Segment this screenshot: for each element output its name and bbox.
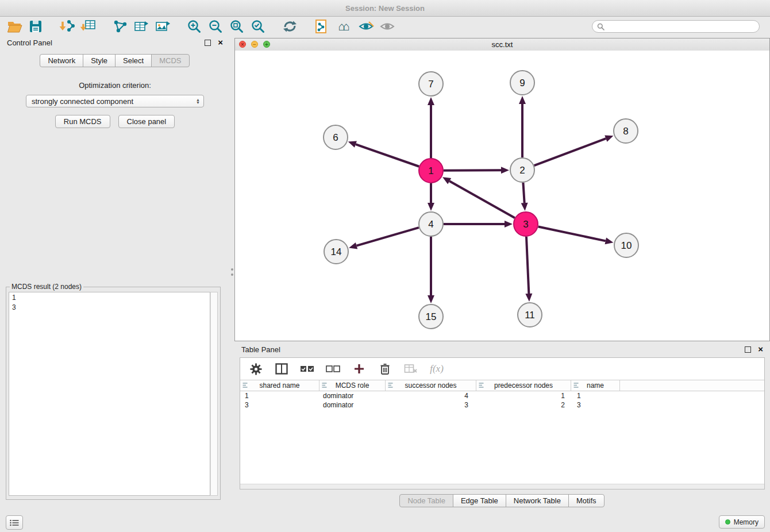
merge-networks-icon[interactable]: ⌂⌂ — [334, 18, 354, 35]
graph-node-label: 4 — [428, 219, 433, 230]
graph-edge-1-6[interactable] — [356, 144, 419, 167]
search-icon — [597, 23, 605, 30]
graph-node-label: 14 — [331, 246, 342, 257]
table-header-row: shared name MCDS role successor nodes pr… — [240, 380, 764, 391]
criterion-dropdown[interactable]: strongly connected component ▲▼ — [26, 95, 204, 107]
memory-status-dot — [725, 519, 730, 525]
column-type-icon — [321, 382, 328, 388]
zoom-fit-icon[interactable] — [228, 18, 245, 35]
graph-arrowhead — [519, 96, 526, 104]
graph-node-label: 9 — [519, 78, 525, 88]
zoom-in-icon[interactable] — [186, 18, 203, 35]
export-table-icon[interactable] — [133, 18, 150, 35]
search-input[interactable] — [607, 22, 754, 31]
graph-edge-2-3[interactable] — [523, 183, 524, 203]
deselect-all-rows-icon[interactable] — [325, 360, 342, 377]
new-network-icon[interactable] — [111, 18, 129, 35]
column-header-successor-nodes[interactable]: successor nodes — [386, 380, 476, 391]
memory-label: Memory — [734, 518, 759, 526]
minimize-window-icon[interactable]: − — [251, 41, 258, 48]
graph-edge-2-8[interactable] — [534, 138, 606, 165]
save-session-icon[interactable] — [27, 18, 44, 35]
close-panel-icon[interactable]: × — [218, 38, 223, 47]
hide-graphics-details-icon[interactable] — [379, 18, 396, 35]
show-columns-icon[interactable] — [273, 360, 290, 377]
graph-edge-3-1[interactable] — [449, 181, 515, 218]
table-row[interactable]: 1 dominator 4 1 1 — [240, 391, 764, 400]
float-panel-icon[interactable] — [205, 40, 211, 46]
column-header-predecessor-nodes[interactable]: predecessor nodes — [476, 380, 571, 391]
graph-arrowhead — [349, 242, 357, 249]
graph-node-label: 7 — [428, 79, 433, 90]
float-table-panel-icon[interactable] — [745, 346, 751, 353]
close-panel-button[interactable]: Close panel — [118, 115, 175, 128]
tab-motifs[interactable]: Motifs — [568, 494, 605, 507]
export-image-icon[interactable] — [154, 18, 171, 35]
graph-node-label: 6 — [333, 132, 338, 143]
chevron-updown-icon: ▲▼ — [196, 98, 200, 104]
column-header-mcds-role[interactable]: MCDS role — [319, 380, 386, 391]
zoom-window-icon[interactable]: + — [263, 41, 270, 48]
tab-edge-table[interactable]: Edge Table — [453, 494, 506, 507]
clone-network-icon[interactable] — [313, 18, 330, 35]
table-panel-header: Table Panel × — [234, 342, 770, 356]
mcds-result-line: 3 — [12, 303, 207, 313]
criterion-dropdown-value: strongly connected component — [32, 97, 196, 106]
graph-arrowhead — [348, 141, 357, 148]
table-toolbar: f(x) — [240, 358, 764, 380]
control-panel-tabs: Network Style Select MCDS — [0, 54, 230, 67]
mcds-result-list[interactable]: 1 3 — [9, 292, 210, 496]
mcds-result-group: MCDS result (2 nodes) 1 3 — [6, 283, 221, 500]
close-window-icon[interactable]: × — [239, 41, 246, 48]
table-hscrollbar[interactable] — [240, 484, 764, 489]
graph-node-label: 2 — [519, 165, 525, 176]
table-panel: Table Panel × — [234, 342, 770, 511]
memory-button[interactable]: Memory — [719, 515, 765, 529]
delete-table-icon[interactable] — [402, 360, 419, 377]
import-table-icon[interactable] — [80, 18, 97, 35]
result-scrollbar[interactable] — [210, 292, 218, 496]
tab-network[interactable]: Network — [40, 54, 83, 67]
column-type-icon — [387, 382, 394, 388]
status-bar: Memory — [0, 511, 770, 532]
tab-select[interactable]: Select — [115, 54, 152, 67]
vertical-splitter[interactable] — [230, 36, 234, 511]
column-header-filler — [620, 380, 764, 391]
column-header-name[interactable]: name — [571, 380, 620, 391]
network-view-window[interactable]: × − + scc.txt 1234678910111415 — [234, 38, 770, 341]
window-titlebar[interactable]: Session: New Session — [0, 0, 770, 17]
show-graphics-details-icon[interactable] — [358, 18, 375, 35]
function-builder-icon[interactable]: f(x) — [428, 360, 445, 377]
graph-node-label: 1 — [428, 165, 433, 176]
tab-mcds[interactable]: MCDS — [151, 54, 189, 67]
graph-edge-3-10[interactable] — [538, 227, 606, 241]
table-settings-gear-icon[interactable] — [247, 360, 264, 377]
import-network-icon[interactable] — [59, 18, 76, 35]
mcds-result-title: MCDS result (2 nodes) — [10, 283, 83, 291]
search-field[interactable] — [592, 20, 760, 33]
control-panel-title: Control Panel — [7, 38, 52, 47]
graph-arrowhead — [428, 97, 434, 105]
zoom-out-icon[interactable] — [207, 18, 224, 35]
main-toolbar: ⌂⌂ — [0, 17, 770, 36]
run-mcds-button[interactable]: Run MCDS — [55, 115, 110, 128]
open-session-icon[interactable] — [6, 18, 23, 35]
graph-edge-4-14[interactable] — [357, 228, 419, 246]
graph-edge-1-2[interactable] — [444, 170, 501, 171]
select-all-rows-icon[interactable] — [299, 360, 316, 377]
delete-column-trash-icon[interactable] — [376, 360, 394, 377]
close-table-panel-icon[interactable]: × — [758, 345, 763, 353]
network-graph[interactable]: 1234678910111415 — [235, 51, 769, 341]
create-column-icon[interactable] — [351, 360, 368, 377]
column-header-shared-name[interactable]: shared name — [240, 380, 319, 391]
tab-network-table[interactable]: Network Table — [506, 494, 569, 507]
refresh-icon[interactable] — [281, 18, 298, 35]
table-row[interactable]: 3 dominator 3 2 3 — [240, 400, 764, 410]
table-panel-title: Table Panel — [241, 345, 280, 354]
zoom-selected-icon[interactable] — [249, 18, 267, 35]
network-window-titlebar[interactable]: × − + scc.txt — [235, 38, 769, 51]
task-history-button[interactable] — [6, 515, 23, 530]
tab-node-table[interactable]: Node Table — [399, 494, 453, 507]
tab-style[interactable]: Style — [83, 54, 116, 67]
graph-edge-3-11[interactable] — [526, 237, 529, 294]
